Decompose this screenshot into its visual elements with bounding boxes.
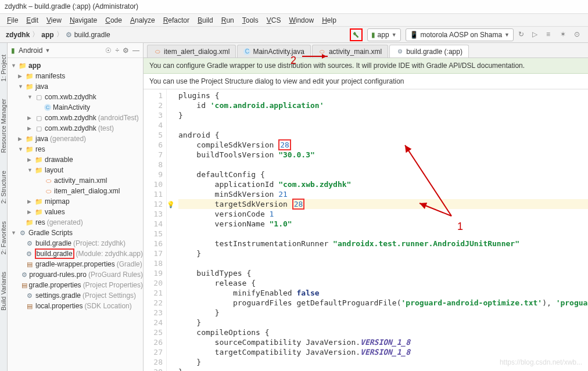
menu-file[interactable]: File [3, 15, 21, 25]
run-icon[interactable]: ▷ [532, 30, 542, 39]
sync-icon[interactable]: ↻ [518, 30, 528, 39]
code-editor[interactable]: 1234567891011121314151617181920212223242… [144, 89, 588, 371]
menu-analyze[interactable]: Analyze [127, 15, 159, 25]
tree-node[interactable]: ▼📁java [8, 81, 143, 92]
tree-node[interactable]: ▼📁res [8, 144, 143, 154]
tree-node[interactable]: ▶📁mipmap [8, 196, 143, 207]
run-config-dropdown[interactable]: ▮app▼ [367, 28, 401, 41]
tree-node[interactable]: ▤gradle.properties (Project Properties) [8, 280, 143, 290]
tree-node[interactable]: ▼▢com.xwb.zdydhk [8, 92, 143, 102]
left-tool-gutter: 1: ProjectResource Manager2: Structure2:… [0, 43, 8, 371]
tool-tab-resourcemanager[interactable]: Resource Manager [0, 99, 7, 153]
menu-window[interactable]: Window [285, 15, 317, 25]
tree-node[interactable]: ⚙proguard-rules.pro (ProGuard Rules) [8, 269, 143, 280]
window-title: zdydhk – build.gradle (:app) (Administra… [0, 0, 588, 14]
editor-area: ⬭item_alert_dialog.xmlCMainActivity.java… [144, 43, 588, 371]
tree-node[interactable]: CMainActivity [8, 102, 143, 113]
locate-icon[interactable]: ☉ [105, 46, 112, 55]
profile-icon[interactable]: ✶ [560, 30, 569, 39]
tree-node[interactable]: 📁res (generated) [8, 217, 143, 228]
editor-tabbar: ⬭item_alert_dialog.xmlCMainActivity.java… [144, 43, 588, 58]
tree-node[interactable]: ▼📁layout [8, 165, 143, 175]
menu-help[interactable]: Help [318, 15, 340, 25]
stop-icon[interactable]: ⊙ [574, 30, 583, 39]
menu-vcs[interactable]: VCS [263, 15, 285, 25]
tree-node[interactable]: ▶📁drawable [8, 154, 143, 165]
nav-toolbar: zdydhk〉 app〉 ⚙build.gradle 2 ▮app▼ 📱moto… [0, 27, 588, 43]
device-dropdown[interactable]: 📱motorola AOSP on Shama▼ [406, 28, 514, 41]
tree-node[interactable]: ⚙build.gradle (Project: zdydhk) [8, 238, 143, 248]
menu-edit[interactable]: Edit [23, 15, 42, 25]
tree-node[interactable]: ⬭activity_main.xml [8, 175, 143, 186]
tree-node[interactable]: ▼⚙Gradle Scripts [8, 228, 143, 238]
gradle-wrapper-banner: You can configure Gradle wrapper to use … [144, 58, 588, 74]
annotation-2-label: 2 [291, 55, 296, 67]
menu-refactor[interactable]: Refactor [160, 15, 193, 25]
tree-node[interactable]: ⚙build.gradle (Module: zdydhk.app) [8, 248, 143, 259]
tree-node[interactable]: ▶📁java (generated) [8, 134, 143, 144]
project-panel: ▮ Android ▼ ☉ ÷ ⚙ — ▼📁app▶📁manifests▼📁ja… [8, 43, 144, 371]
tool-tab-buildvariants[interactable]: Build Variants [0, 272, 7, 311]
watermark: https://blog.csdn.net/xwb... [500, 358, 582, 366]
tree-node[interactable]: ▶📁values [8, 207, 143, 217]
debug-icon[interactable]: ≡ [546, 30, 555, 39]
tool-tab-structure[interactable]: 2: Structure [0, 171, 7, 204]
tree-node[interactable]: ⚙settings.gradle (Project Settings) [8, 290, 143, 301]
menu-navigate[interactable]: Navigate [66, 15, 101, 25]
breadcrumb[interactable]: zdydhk〉 app〉 ⚙build.gradle [0, 30, 110, 39]
menu-run[interactable]: Run [218, 15, 238, 25]
tree-node[interactable]: ▼📁app [8, 60, 143, 71]
editor-tab[interactable]: ⚙build.gradle (:app) [389, 45, 469, 57]
menu-build[interactable]: Build [194, 15, 217, 25]
build-button[interactable] [350, 28, 363, 41]
tree-node[interactable]: ⬭item_alert_dialog.xml [8, 186, 143, 196]
tree-node[interactable]: ▶▢com.xwb.zdydhk (androidTest) [8, 113, 143, 123]
collapse-icon[interactable]: ÷ [115, 46, 119, 55]
panel-title[interactable]: Android ▼ [19, 46, 50, 55]
project-tree[interactable]: ▼📁app▶📁manifests▼📁java▼▢com.xwb.zdydhkCM… [8, 58, 143, 371]
settings-icon[interactable]: ⚙ [123, 46, 129, 55]
menu-bar: FileEditViewNavigateCodeAnalyzeRefactorB… [0, 14, 588, 27]
menu-view[interactable]: View [43, 15, 65, 25]
tree-node[interactable]: ▶📁manifests [8, 71, 143, 81]
tree-node[interactable]: ▶▢com.xwb.zdydhk (test) [8, 123, 143, 134]
tool-tab-favorites[interactable]: 2: Favorites [0, 221, 7, 254]
tree-node[interactable]: ▤local.properties (SDK Location) [8, 301, 143, 311]
menu-tools[interactable]: Tools [239, 15, 262, 25]
tool-tab-project[interactable]: 1: Project [0, 55, 7, 81]
tree-node[interactable]: ▤gradle-wrapper.properties (Gradle) [8, 259, 143, 269]
annotation-2-arrow [302, 56, 328, 57]
project-structure-banner: You can use the Project Structure dialog… [144, 74, 588, 89]
editor-tab[interactable]: ⬭item_alert_dialog.xml [147, 45, 236, 57]
menu-code[interactable]: Code [102, 15, 126, 25]
editor-tab[interactable]: CMainActivity.java [237, 45, 310, 57]
hide-icon[interactable]: — [132, 46, 139, 55]
